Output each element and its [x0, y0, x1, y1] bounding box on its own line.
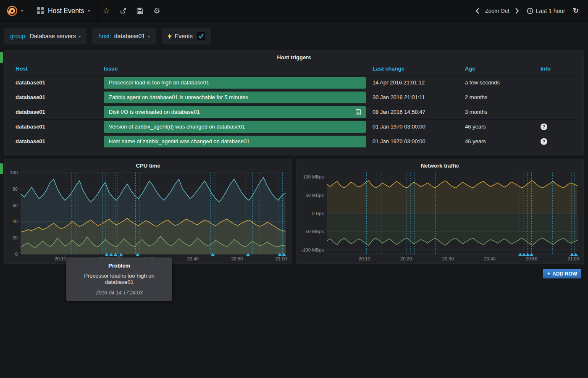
dashboard-title-dropdown[interactable]: Host Events ▾: [29, 0, 98, 21]
last-change-cell: 30 Jan 2016 21:01:11: [368, 90, 461, 105]
chevron-right-icon: [515, 8, 519, 14]
svg-text:20: 20: [13, 235, 18, 240]
events-annotation-toggle[interactable]: Events: [162, 28, 211, 45]
triggers-table: Host Issue Last change Age Info database…: [11, 63, 578, 149]
issue-badge: Processor load is too high on database01: [104, 77, 366, 89]
panel-title-host-triggers[interactable]: Host triggers: [5, 51, 583, 60]
grafana-logo-icon: [6, 5, 18, 17]
svg-text:21:00: 21:00: [567, 256, 579, 261]
age-cell: a few seconds: [461, 75, 536, 90]
help-icon[interactable]: ?: [541, 138, 547, 145]
gear-icon: ⚙: [153, 7, 160, 15]
share-button[interactable]: [115, 0, 131, 21]
cpu-time-chart[interactable]: 02040608010020:1020:2020:3020:4020:5021:…: [7, 170, 289, 262]
issue-text: Disk I/O is overloaded on database01: [109, 109, 200, 115]
svg-text:0: 0: [15, 252, 18, 257]
table-row: database01 Host name of zabbix_agentd wa…: [11, 134, 578, 149]
tooltip-time: 2016-04-14 17:24:03: [72, 290, 166, 296]
time-picker-button[interactable]: Last 1 hour: [525, 5, 567, 17]
title-caret-icon: ▾: [88, 8, 90, 13]
add-row-label: ADD ROW: [552, 271, 577, 277]
star-icon: ☆: [103, 7, 110, 15]
settings-button[interactable]: ⚙: [148, 0, 165, 21]
template-variables-row: group: Database servers ▾ host: database…: [0, 22, 588, 50]
last-change-cell: 14 Apr 2016 21:01:12: [368, 75, 461, 90]
group-value: Database servers: [30, 33, 76, 39]
svg-text:0 Bps: 0 Bps: [312, 211, 324, 216]
svg-text:100 MBps: 100 MBps: [303, 174, 324, 179]
help-icon[interactable]: ?: [541, 123, 547, 130]
svg-text:20:10: 20:10: [359, 256, 370, 261]
host-cell: database01: [11, 75, 100, 90]
template-var-group[interactable]: group: Database servers ▾: [4, 28, 87, 45]
svg-text:20:50: 20:50: [231, 256, 243, 261]
svg-text:20:30: 20:30: [442, 256, 454, 261]
lightning-bolt-icon: [168, 33, 172, 39]
svg-text:20:40: 20:40: [187, 256, 199, 261]
svg-text:20:50: 20:50: [526, 256, 538, 261]
info-cell: ?: [536, 119, 578, 134]
time-range-label: Last 1 hour: [536, 8, 565, 14]
save-button[interactable]: [131, 0, 148, 21]
group-label: group:: [10, 33, 27, 39]
plus-icon: +: [547, 270, 551, 277]
save-icon: [136, 8, 143, 14]
age-cell: 2 months: [461, 90, 536, 105]
zoom-back-button[interactable]: [474, 5, 481, 16]
column-header-last-change: Last change: [368, 63, 461, 75]
tooltip-text: Processor load is too high on database01: [72, 273, 166, 285]
star-button[interactable]: ☆: [98, 0, 115, 21]
host-triggers-panel: Host triggers Host Issue Last change Age…: [4, 50, 584, 155]
issue-text: Version of zabbix_agent(d) was changed o…: [109, 123, 245, 130]
issue-text: Host name of zabbix_agentd was changed o…: [109, 138, 249, 144]
zoom-out-button[interactable]: Zoom Out: [485, 8, 509, 14]
network-traffic-chart[interactable]: 100 MBps50 MBps0 Bps-50 MBps-100 MBps20:…: [299, 170, 581, 262]
navbar: ▾ Host Events ▾ ☆: [0, 0, 588, 22]
clock-icon: [527, 8, 533, 14]
tooltip-title: Problem: [72, 262, 166, 269]
issue-badge: Host name of zabbix_agentd was changed o…: [104, 136, 366, 147]
info-cell: [536, 90, 578, 105]
zoom-forward-button[interactable]: [514, 5, 521, 16]
network-traffic-panel: Network traffic 100 MBps50 MBps0 Bps-50 …: [296, 159, 584, 264]
issue-text: Processor load is too high on database01: [109, 79, 209, 86]
last-change-cell: 01 Jan 1970 03:00:00: [368, 134, 461, 149]
svg-text:40: 40: [13, 219, 18, 224]
table-row: database01 Zabbix agent on database01 is…: [11, 90, 578, 105]
table-header-row: Host Issue Last change Age Info: [11, 63, 578, 75]
svg-text:20:20: 20:20: [400, 256, 412, 261]
last-change-cell: 01 Jan 1970 03:00:00: [368, 119, 461, 134]
panel-title-cpu-time[interactable]: CPU time: [5, 159, 291, 169]
svg-text:20:10: 20:10: [55, 256, 66, 261]
svg-text:20:40: 20:40: [484, 256, 496, 261]
row-handle-triggers[interactable]: [0, 52, 3, 63]
group-caret-icon: ▾: [79, 34, 81, 39]
issue-badge: Disk I/O is overloaded on database01: [104, 106, 366, 118]
add-row-button[interactable]: + ADD ROW: [543, 269, 581, 278]
info-cell: [536, 75, 578, 90]
panel-title-network-traffic[interactable]: Network traffic: [297, 159, 583, 169]
host-cell: database01: [11, 105, 100, 119]
template-var-host[interactable]: host: database01 ▾: [92, 28, 156, 45]
table-row: database01 Processor load is too high on…: [11, 75, 578, 90]
events-checkbox[interactable]: [197, 32, 205, 40]
age-cell: 46 years: [461, 119, 536, 134]
row-handle-charts[interactable]: [0, 163, 3, 174]
refresh-button[interactable]: ↻: [571, 4, 580, 18]
check-icon: [198, 34, 204, 39]
column-header-info: Info: [536, 63, 578, 75]
document-icon[interactable]: [356, 109, 361, 115]
svg-text:21:00: 21:00: [276, 256, 287, 261]
issue-badge: Version of zabbix_agent(d) was changed o…: [104, 121, 366, 133]
host-value: database01: [114, 33, 145, 39]
column-header-host: Host: [11, 63, 100, 75]
age-cell: 3 months: [461, 105, 536, 119]
table-row: database01 Version of zabbix_agent(d) wa…: [11, 119, 578, 134]
column-header-issue: Issue: [100, 63, 368, 75]
svg-text:80: 80: [13, 186, 18, 192]
host-cell: database01: [11, 134, 100, 149]
share-icon: [120, 8, 127, 14]
grafana-menu-button[interactable]: ▾: [0, 0, 29, 21]
svg-text:60: 60: [13, 203, 18, 208]
svg-text:-50 MBps: -50 MBps: [304, 229, 324, 234]
